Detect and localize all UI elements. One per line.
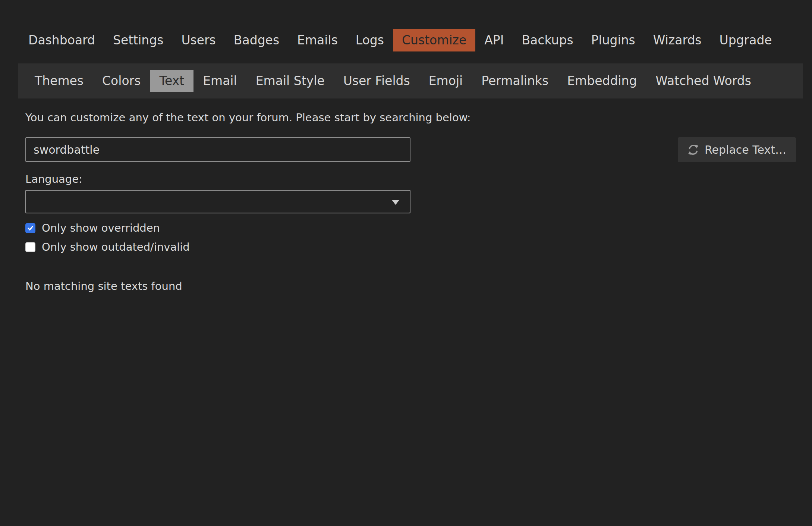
nav-item-upgrade[interactable]: Upgrade bbox=[711, 29, 781, 51]
subnav-item-email[interactable]: Email bbox=[193, 70, 246, 92]
refresh-icon bbox=[687, 144, 699, 156]
subnav-item-emoji[interactable]: Emoji bbox=[419, 70, 472, 92]
nav-item-backups[interactable]: Backups bbox=[513, 29, 582, 51]
language-select[interactable] bbox=[25, 190, 410, 213]
nav-item-plugins[interactable]: Plugins bbox=[582, 29, 644, 51]
nav-item-emails[interactable]: Emails bbox=[288, 29, 347, 51]
filter-label: Only show outdated/invalid bbox=[42, 241, 190, 253]
language-label: Language: bbox=[25, 173, 796, 185]
nav-item-customize[interactable]: Customize bbox=[393, 29, 475, 51]
nav-item-dashboard[interactable]: Dashboard bbox=[19, 29, 104, 51]
admin-top-nav: Dashboard Settings Users Badges Emails L… bbox=[0, 0, 812, 51]
nav-item-logs[interactable]: Logs bbox=[347, 29, 393, 51]
nav-item-badges[interactable]: Badges bbox=[225, 29, 288, 51]
subnav-item-embedding[interactable]: Embedding bbox=[558, 70, 646, 92]
filter-label: Only show overridden bbox=[42, 222, 160, 234]
subnav-item-watched-words[interactable]: Watched Words bbox=[646, 70, 761, 92]
subnav-item-user-fields[interactable]: User Fields bbox=[334, 70, 419, 92]
nav-item-settings[interactable]: Settings bbox=[104, 29, 172, 51]
chevron-down-icon bbox=[392, 200, 399, 205]
customize-text-panel: You can customize any of the text on you… bbox=[25, 111, 796, 292]
site-text-search-input[interactable] bbox=[25, 137, 410, 162]
checkmark-icon bbox=[27, 225, 34, 232]
subnav-item-colors[interactable]: Colors bbox=[93, 70, 150, 92]
filter-checkboxes: Only show overridden Only show outdated/… bbox=[25, 222, 796, 253]
search-row: Replace Text… bbox=[25, 137, 796, 162]
subnav-item-themes[interactable]: Themes bbox=[25, 70, 93, 92]
subnav-item-permalinks[interactable]: Permalinks bbox=[472, 70, 558, 92]
checkbox-only-show-overridden: Only show overridden bbox=[25, 222, 796, 234]
admin-sub-nav: Themes Colors Text Email Email Style Use… bbox=[18, 63, 803, 98]
nav-item-api[interactable]: API bbox=[475, 29, 513, 51]
nav-item-wizards[interactable]: Wizards bbox=[644, 29, 711, 51]
replace-text-button[interactable]: Replace Text… bbox=[678, 137, 796, 162]
checkbox[interactable] bbox=[25, 242, 35, 252]
replace-text-label: Replace Text… bbox=[705, 143, 786, 156]
subnav-item-email-style[interactable]: Email Style bbox=[246, 70, 334, 92]
empty-state-text: No matching site texts found bbox=[25, 280, 796, 292]
nav-item-users[interactable]: Users bbox=[172, 29, 224, 51]
checkbox[interactable] bbox=[25, 223, 35, 233]
subnav-item-text[interactable]: Text bbox=[150, 70, 193, 92]
intro-text: You can customize any of the text on you… bbox=[25, 111, 796, 124]
checkbox-only-show-outdated: Only show outdated/invalid bbox=[25, 241, 796, 253]
